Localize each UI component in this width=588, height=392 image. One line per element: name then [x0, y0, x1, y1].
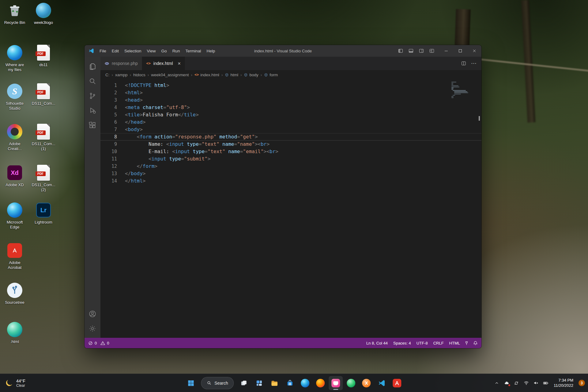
line-number: 1	[100, 82, 125, 89]
toggle-sidebar-icon[interactable]	[396, 47, 405, 55]
problems-indicator[interactable]: 0 0	[88, 341, 109, 345]
breadcrumb-item[interactable]: htdocs	[133, 73, 145, 77]
search-icon[interactable]	[85, 74, 100, 89]
onedrive-icon[interactable]	[503, 380, 510, 386]
more-actions-icon[interactable]: ⋯	[471, 61, 477, 66]
scrollbar-thumb[interactable]	[479, 116, 480, 121]
acrobat-button[interactable]	[390, 376, 404, 390]
desktop-icon-ds11-com-2[interactable]: DS11_Com... (2)	[29, 165, 58, 192]
desktop-icon-label: Where are my files	[6, 62, 24, 72]
firefox-button[interactable]	[314, 376, 328, 390]
screen-capture-button[interactable]	[329, 376, 343, 390]
xampp-button[interactable]: X	[360, 376, 374, 390]
breadcrumb-item[interactable]: <>index.html	[194, 73, 219, 77]
task-view-button[interactable]	[237, 376, 251, 390]
toggle-panel-icon[interactable]	[407, 47, 415, 55]
menu-selection[interactable]: Selection	[122, 45, 144, 57]
tray-chevron-icon[interactable]	[494, 380, 500, 386]
minimize-button[interactable]	[439, 45, 453, 57]
microsoft-store-button[interactable]	[283, 376, 297, 390]
code-editor[interactable]: 1<!DOCTYPE html>2<html>3<head>4<meta cha…	[100, 79, 481, 338]
desktop-icon-adobe-acrobat[interactable]: Adobe Acrobat	[1, 243, 29, 270]
desktop-icon-label: ds11	[39, 62, 47, 67]
tab-index.html[interactable]: <>index.html✕	[142, 57, 185, 70]
customize-layout-icon[interactable]	[428, 47, 436, 55]
desktop-icon-adobe-creative-cloud[interactable]: Adobe Creati...	[1, 124, 29, 151]
desktop-icon-where-are-my-files[interactable]: Where are my files	[1, 45, 29, 72]
volume-muted-icon[interactable]	[533, 380, 539, 386]
extensions-icon[interactable]	[85, 118, 100, 133]
menu-run[interactable]: Run	[170, 45, 183, 57]
clock[interactable]: 7:34 PM 11/20/2022	[554, 378, 573, 388]
swirl-blue-icon	[7, 45, 23, 61]
menu-edit[interactable]: Edit	[109, 45, 122, 57]
desktop-icon-ds11[interactable]: ds11	[29, 45, 58, 67]
menu-terminal[interactable]: Terminal	[183, 45, 204, 57]
breadcrumb-item[interactable]: xampp	[115, 73, 128, 77]
menu-view[interactable]: View	[144, 45, 159, 57]
activity-bar	[85, 57, 100, 338]
status-item[interactable]: UTF-8	[417, 341, 428, 345]
sync-icon[interactable]	[513, 380, 520, 386]
wifi-icon[interactable]	[523, 380, 530, 386]
windows-logo-icon	[187, 379, 195, 387]
breadcrumb: C:›xampp›htdocs›week04_assignment›<>inde…	[100, 70, 481, 79]
desktop[interactable]: Recycle Binweek3logoWhere are my filesds…	[0, 0, 588, 392]
media-app-button[interactable]	[344, 376, 358, 390]
run-debug-icon[interactable]	[85, 103, 100, 118]
breadcrumb-item[interactable]: body	[244, 73, 258, 77]
tab-response.php[interactable]: phpresponse.php	[100, 57, 142, 70]
menu-go[interactable]: Go	[159, 45, 170, 57]
breadcrumb-item[interactable]: form	[264, 73, 278, 77]
edge-button[interactable]	[298, 376, 312, 390]
desktop-icon-lightroom[interactable]: LrLightroom	[29, 202, 58, 225]
breadcrumb-item[interactable]: week04_assignment	[151, 73, 189, 77]
code-text: </body>	[125, 170, 145, 177]
status-item[interactable]: HTML	[449, 341, 460, 345]
toggle-secondary-sidebar-icon[interactable]	[417, 47, 426, 55]
minimap[interactable]	[451, 82, 471, 98]
close-button[interactable]	[467, 45, 481, 57]
battery-icon[interactable]	[543, 380, 549, 386]
xampp-icon: X	[362, 379, 371, 387]
maximize-button[interactable]	[453, 45, 467, 57]
desktop-icon-microsoft-edge[interactable]: Microsoft Edge	[1, 202, 29, 230]
status-item[interactable]: CRLF	[433, 341, 444, 345]
ports-icon[interactable]	[464, 341, 469, 345]
settings-gear-icon[interactable]	[85, 321, 100, 336]
search-button[interactable]: Search	[201, 377, 234, 389]
close-tab-icon[interactable]: ✕	[178, 61, 181, 66]
account-icon[interactable]	[85, 307, 100, 321]
firefox-icon	[316, 379, 325, 387]
desktop-icon-ds11-com-1[interactable]: DS11_Com... (1)	[29, 124, 58, 151]
start-button[interactable]	[184, 376, 198, 390]
bell-icon[interactable]	[473, 341, 478, 345]
desktop-icon-adobe-xd[interactable]: XdAdobe XD	[1, 165, 29, 187]
menu-help[interactable]: Help	[204, 45, 218, 57]
taskview-icon	[240, 379, 248, 387]
desktop-icon-label: DS11_Com...	[32, 101, 55, 106]
desktop-icon-week3logo[interactable]: week3logo	[29, 2, 58, 25]
split-editor-icon[interactable]	[461, 61, 466, 66]
explorer-icon[interactable]	[85, 59, 100, 74]
status-item[interactable]: Spaces: 4	[393, 341, 411, 345]
menu-file[interactable]: File	[97, 45, 109, 57]
code-text: </html>	[125, 177, 145, 185]
status-item[interactable]: Ln 8, Col 44	[366, 341, 388, 345]
titlebar[interactable]: FileEditSelectionViewGoRunTerminalHelp i…	[85, 45, 481, 57]
desktop-icon-ds11-com[interactable]: DS11_Com...	[29, 83, 58, 106]
notification-badge[interactable]: 3	[579, 380, 585, 386]
minimap-line	[451, 96, 454, 97]
source-control-icon[interactable]	[85, 89, 100, 103]
breadcrumb-item[interactable]: C:	[105, 73, 110, 77]
breadcrumb-item[interactable]: html	[225, 73, 238, 77]
desktop-icon-sourcetree[interactable]: Sourcetree	[1, 282, 29, 305]
desktop-icon-html-file[interactable]: .html	[1, 322, 29, 344]
code-text: </form>	[125, 163, 157, 170]
file-explorer-button[interactable]	[268, 376, 282, 390]
vscode-button[interactable]	[375, 376, 389, 390]
desktop-icon-recycle-bin[interactable]: Recycle Bin	[1, 2, 29, 25]
widgets-button[interactable]	[252, 376, 266, 390]
desktop-icon-silhouette-studio[interactable]: SSilhouette Studio	[1, 83, 29, 111]
weather-widget[interactable]: 44°F Clear	[4, 374, 25, 392]
